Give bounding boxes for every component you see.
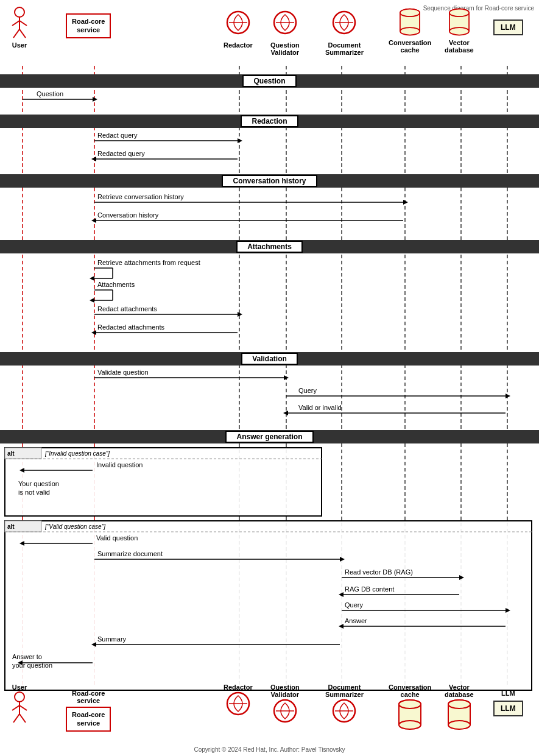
svg-point-17 bbox=[400, 9, 420, 17]
actor-user-label: User bbox=[12, 41, 27, 49]
diagram-title: Sequence diagram for Road-core service bbox=[423, 5, 534, 12]
svg-marker-97 bbox=[340, 557, 345, 562]
svg-text:Invalid question: Invalid question bbox=[96, 461, 143, 468]
svg-marker-103 bbox=[339, 592, 343, 597]
svg-marker-75 bbox=[283, 411, 288, 415]
svg-marker-38 bbox=[238, 138, 242, 143]
svg-text:Question: Question bbox=[37, 90, 63, 97]
section-question: Question bbox=[0, 74, 539, 88]
actor-validator-label: QuestionValidator bbox=[270, 41, 300, 56]
svg-marker-62 bbox=[238, 312, 242, 317]
svg-text:Your question: Your question bbox=[18, 480, 59, 487]
actor-llm-box: LLM bbox=[493, 19, 523, 35]
svg-text:RAG DB content: RAG DB content bbox=[345, 585, 394, 593]
actor-conv-cache-label: Conversationcache bbox=[389, 39, 431, 54]
svg-point-135 bbox=[399, 700, 421, 708]
svg-line-3 bbox=[19, 21, 27, 26]
svg-line-122 bbox=[13, 714, 19, 722]
actor-roadcore-bottom: Road-coreservice Road-coreservice bbox=[66, 688, 111, 732]
section-validation: Validation bbox=[0, 352, 539, 366]
actor-conv-cache-bottom: Conversationcache bbox=[389, 682, 431, 732]
diagram: Sequence diagram for Road-core service U… bbox=[0, 0, 539, 756]
actor-validator-bottom-label: QuestionValidator bbox=[270, 684, 300, 698]
svg-text:Redacted attachments: Redacted attachments bbox=[97, 323, 165, 331]
actor-roadcore-bottom-label: Road-coreservice bbox=[72, 690, 105, 704]
svg-marker-54 bbox=[90, 276, 94, 281]
svg-text:Retrieve attachments from requ: Retrieve attachments from request bbox=[97, 259, 200, 266]
svg-line-120 bbox=[12, 705, 19, 710]
svg-text:Summary: Summary bbox=[97, 635, 127, 643]
actor-redactor-bottom-label: Redactor bbox=[224, 684, 253, 691]
actor-redactor-label: Redactor bbox=[224, 41, 253, 49]
section-answer-gen-label: Answer generation bbox=[225, 431, 313, 443]
svg-marker-106 bbox=[506, 608, 510, 613]
svg-marker-48 bbox=[91, 218, 96, 223]
section-conv-history-label: Conversation history bbox=[222, 175, 317, 187]
actor-conv-cache: Conversationcache bbox=[389, 7, 431, 54]
actor-redactor-bottom: Redactor bbox=[224, 682, 253, 721]
svg-text:Read vector DB (RAG): Read vector DB (RAG) bbox=[345, 568, 413, 576]
svg-line-2 bbox=[12, 21, 19, 26]
svg-marker-112 bbox=[91, 642, 96, 647]
svg-text:alt: alt bbox=[7, 450, 15, 457]
svg-point-134 bbox=[399, 721, 421, 729]
svg-marker-65 bbox=[91, 330, 96, 335]
section-redaction: Redaction bbox=[0, 115, 539, 128]
svg-line-4 bbox=[13, 29, 19, 38]
svg-point-23 bbox=[449, 9, 469, 17]
svg-marker-59 bbox=[90, 298, 94, 303]
section-redaction-label: Redaction bbox=[241, 115, 298, 127]
svg-marker-41 bbox=[91, 157, 96, 161]
actor-user-bottom: User bbox=[9, 682, 30, 725]
actor-validator-bottom: QuestionValidator bbox=[270, 682, 300, 729]
section-question-label: Question bbox=[242, 75, 296, 87]
actor-user-bottom-label: User bbox=[12, 684, 27, 691]
actor-roadcore-bottom-box: Road-coreservice bbox=[66, 707, 111, 732]
actor-validator: QuestionValidator bbox=[270, 10, 300, 56]
actor-vector-db: Vectordatabase bbox=[445, 7, 474, 54]
svg-text:Summarize document: Summarize document bbox=[97, 550, 163, 557]
copyright: Copyright © 2024 Red Hat, Inc. Author: P… bbox=[0, 746, 539, 751]
svg-marker-117 bbox=[18, 660, 23, 665]
svg-text:Query: Query bbox=[345, 601, 363, 609]
svg-text:Valid question: Valid question bbox=[96, 534, 138, 542]
section-attachments-label: Attachments bbox=[236, 241, 303, 253]
svg-marker-84 bbox=[19, 468, 24, 473]
svg-text:Attachments: Attachments bbox=[97, 281, 135, 288]
actor-llm-bottom-label: LLM bbox=[501, 690, 515, 697]
svg-marker-100 bbox=[459, 575, 464, 580]
svg-text:Validate question: Validate question bbox=[97, 369, 149, 376]
svg-point-141 bbox=[448, 700, 470, 708]
svg-text:alt: alt bbox=[7, 523, 15, 530]
svg-rect-89 bbox=[5, 521, 41, 532]
svg-point-118 bbox=[15, 692, 24, 702]
actor-vector-db-label: Vectordatabase bbox=[445, 39, 474, 54]
svg-marker-109 bbox=[339, 624, 343, 629]
section-validation-label: Validation bbox=[241, 353, 298, 365]
svg-point-0 bbox=[15, 7, 24, 17]
svg-text:["Valid question case"]: ["Valid question case"] bbox=[44, 523, 105, 530]
svg-text:Query: Query bbox=[298, 387, 317, 394]
actor-vector-db-bottom-label: Vectordatabase bbox=[445, 684, 474, 698]
svg-point-16 bbox=[400, 27, 420, 35]
svg-rect-79 bbox=[5, 448, 41, 459]
actor-vector-db-bottom: Vectordatabase bbox=[445, 682, 474, 732]
svg-rect-88 bbox=[5, 521, 532, 690]
actor-summarizer-bottom-label: DocumentSummarizer bbox=[325, 684, 364, 698]
svg-text:Redact query: Redact query bbox=[97, 132, 138, 139]
svg-point-140 bbox=[448, 721, 470, 729]
actor-summarizer: DocumentSummarizer bbox=[325, 10, 364, 56]
svg-text:Answer: Answer bbox=[345, 617, 367, 624]
svg-marker-72 bbox=[506, 394, 510, 398]
svg-text:Valid or invalid: Valid or invalid bbox=[298, 404, 342, 411]
svg-marker-94 bbox=[19, 541, 24, 546]
actor-conv-cache-bottom-label: Conversationcache bbox=[389, 684, 431, 698]
svg-line-123 bbox=[19, 714, 26, 722]
svg-marker-34 bbox=[93, 97, 97, 102]
actor-summarizer-label: DocumentSummarizer bbox=[325, 41, 364, 56]
section-answer-gen: Answer generation bbox=[0, 430, 539, 443]
section-attachments: Attachments bbox=[0, 240, 539, 253]
sequence-svg: Question Redact query Redacted query Ret… bbox=[0, 0, 539, 756]
svg-line-121 bbox=[19, 705, 27, 710]
actor-llm-bottom-box: LLM bbox=[493, 701, 523, 716]
